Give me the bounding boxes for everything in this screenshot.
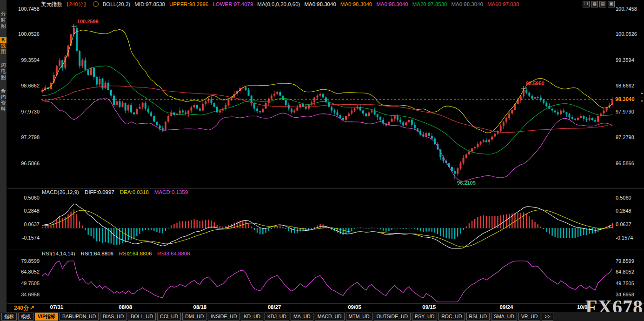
price-annotation: 100.2599	[77, 19, 99, 24]
layout-pin-icon[interactable]: ▣	[608, 1, 615, 7]
footer-tab[interactable]: BARUPDN_UD	[60, 313, 99, 321]
price-annotation: 98.5950	[526, 80, 544, 86]
header-indicator: UPPER:98.2996	[169, 1, 208, 7]
footer-tab[interactable]: MA_UD	[291, 313, 313, 321]
x-axis-label: 09/24	[500, 304, 513, 310]
footer-tab[interactable]: ROC_UD	[438, 313, 465, 321]
footer-tab[interactable]: 指标	[1, 313, 17, 321]
sidebar-item-kline-chart[interactable]: K线图	[0, 37, 7, 55]
header-indicator: LOWER:97.4079	[212, 1, 253, 7]
macd-macd-value: MACD:0.1359	[154, 189, 188, 195]
indicator-settings-icon[interactable]: −	[93, 1, 99, 7]
y-axis-label: 96.5866	[616, 160, 644, 166]
y-axis-label: 0.0637	[13, 221, 40, 227]
rsi-legend: RSI(14,14,14) RSI1:64.8806 RSI2:64.8806 …	[42, 251, 190, 256]
sidebar-item-flash-chart[interactable]: 闪电图	[0, 62, 7, 80]
macd-title: MACD(26,12,9)	[42, 189, 79, 195]
footer-tab[interactable]: MACD_UD	[315, 313, 345, 321]
footer-tab[interactable]: >>	[542, 313, 553, 321]
footer-tab[interactable]: OUTSIDE_UD	[374, 313, 411, 321]
y-axis-label: 49.7505	[616, 281, 644, 286]
y-axis-label: 79.8599	[13, 258, 40, 264]
footer-tab[interactable]: SMA_UD	[491, 313, 517, 321]
rsi1-value: RSI1:64.8806	[81, 251, 113, 256]
header-indicator: MA0:98.3040	[304, 1, 336, 7]
x-axis-label: 07/31	[50, 304, 63, 310]
y-axis-label: 100.0526	[13, 31, 40, 37]
y-axis-label: 0.5060	[616, 195, 644, 201]
trading-app-window: 美元指数 【240分】 − BOLL(20,2)MID:97.8538UPPER…	[0, 0, 644, 321]
footer-tab[interactable]: MTM_UD	[346, 313, 372, 321]
footer-tab[interactable]: RSI_UD	[466, 313, 490, 321]
y-axis-label: -0.1574	[13, 235, 40, 241]
footer-tab[interactable]: BIAS_UD	[100, 313, 126, 321]
header-indicator: MA0:98.3040	[376, 1, 408, 7]
last-price-value: 98.3040	[615, 96, 635, 102]
layout-tile-icon[interactable]: ▦	[591, 1, 598, 7]
trend-arrow-icon: ↗	[30, 304, 34, 312]
timeframe-indicator[interactable]: 240分 ↗	[14, 304, 34, 312]
y-axis-label: 97.9730	[13, 109, 40, 114]
x-axis-label: 08/27	[268, 304, 281, 310]
price-annotation: 96.2109	[457, 180, 476, 186]
sidebar-item-contract-info[interactable]: 合约资料	[0, 88, 7, 112]
y-axis-label: 97.2798	[13, 134, 40, 140]
macd-legend: MACD(26,12,9) DIFF:0.0997 DEA:0.0318 MAC…	[42, 189, 188, 195]
macd-dea-value: DEA:0.0318	[120, 189, 149, 195]
y-axis-label: 99.3594	[13, 57, 40, 63]
y-axis-label: 100.7458	[616, 6, 644, 12]
layout-cascade-icon[interactable]: ▤	[599, 1, 606, 7]
y-axis-label: 0.0637	[616, 221, 644, 227]
header-indicator: MA20:97.8538	[412, 1, 447, 7]
y-axis-label: 34.6958	[13, 292, 40, 297]
footer-tab[interactable]: PSY_UD	[412, 313, 437, 321]
price-scroll-up-icon[interactable]: ▲	[640, 91, 644, 94]
layout-restore-icon[interactable]: ❐	[583, 1, 590, 7]
x-axis-label: 08/08	[119, 304, 132, 310]
footer-tab[interactable]: 模板	[18, 313, 33, 321]
chart-type-sidebar: 分时图K线图闪电图合约资料	[0, 0, 7, 321]
price-scroll-down-icon[interactable]: ▼	[640, 100, 644, 103]
window-layout-controls: ❐▦▤▣	[583, 1, 615, 7]
y-axis-label: 0.2848	[616, 208, 644, 214]
y-axis-label: 64.8052	[13, 269, 40, 274]
header-indicator: MA0:98.3040	[340, 1, 372, 7]
y-axis-label: 79.8599	[616, 258, 644, 264]
x-axis-label: 08/18	[193, 304, 206, 310]
chart-canvas[interactable]	[0, 0, 644, 321]
sidebar-item-time-chart[interactable]: 分时图	[0, 11, 7, 29]
rsi3-value: RSI3:64.8806	[157, 251, 190, 256]
footer-tab[interactable]: CCI_UD	[157, 313, 181, 321]
footer-tab[interactable]: KD_UD	[241, 313, 263, 321]
header-indicator: MA(0,0,0,20,0,60)	[257, 1, 300, 7]
footer-tab[interactable]: DMI_UD	[182, 313, 206, 321]
last-price-tag: 98.3040	[615, 95, 640, 103]
footer-tab[interactable]: KDJ_UD	[265, 313, 289, 321]
y-axis-label: 64.8052	[616, 269, 644, 274]
indicator-values: BOLL(20,2)MID:97.8538UPPER:98.2996LOWER:…	[103, 1, 519, 7]
header-indicator: MA0:98.3040	[451, 1, 483, 7]
y-axis-label: 96.5866	[13, 160, 40, 166]
header-indicator: MA60:97.838	[487, 1, 519, 7]
x-axis-label: 09/15	[422, 304, 436, 310]
footer-tab[interactable]: VR_UD	[518, 313, 541, 321]
x-axis-label: 09/05	[348, 304, 361, 310]
rsi-title: RSI(14,14,14)	[42, 251, 75, 256]
y-axis-label: -0.1574	[616, 235, 644, 241]
y-axis-label: 97.9730	[616, 109, 644, 114]
header-indicator: BOLL(20,2)	[103, 1, 130, 7]
symbol-title: 美元指数	[41, 1, 62, 8]
rsi2-value: RSI2:64.8806	[119, 251, 152, 256]
indicator-legend-bar: 美元指数 【240分】 − BOLL(20,2)MID:97.8538UPPER…	[41, 1, 519, 7]
y-axis-label: 98.6662	[13, 83, 40, 88]
timeframe-label: 240分	[14, 304, 29, 312]
period-label: 【240分】	[64, 1, 89, 8]
y-axis-label: 99.3594	[616, 57, 644, 63]
footer-tab[interactable]: BOLL_UD	[128, 313, 156, 321]
footer-tab-bar: 指标模板VIP指标BARUPDN_UDBIAS_UDBOLL_UDCCI_UDD…	[0, 312, 644, 321]
y-axis-label: 49.7505	[13, 281, 40, 286]
y-axis-label: 0.2848	[13, 208, 40, 214]
footer-tab[interactable]: VIP指标	[35, 313, 58, 321]
footer-tab[interactable]: INSIDE_UD	[208, 313, 239, 321]
y-axis-label: 0.5060	[13, 195, 40, 201]
